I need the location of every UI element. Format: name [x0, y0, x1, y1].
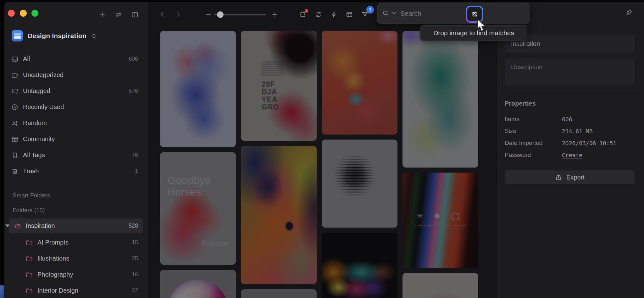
zoom-button[interactable]	[31, 10, 38, 17]
search-input[interactable]: Search	[400, 10, 421, 17]
art-teal-wash[interactable]	[402, 31, 478, 168]
sidebar-folder-photography[interactable]: Photography16	[9, 267, 143, 283]
dim-overlay	[241, 146, 317, 284]
sidebar-item-community[interactable]: Community	[9, 131, 143, 147]
dim-overlay	[160, 152, 236, 265]
back-button[interactable]	[158, 11, 166, 18]
dim-overlay	[160, 31, 236, 147]
sync-button[interactable]	[315, 11, 322, 18]
toggle-sidebar-button[interactable]	[131, 11, 139, 19]
chevron-down-icon[interactable]	[392, 12, 396, 15]
trash-icon	[11, 168, 19, 175]
sidebar-item-random[interactable]: Random	[9, 115, 143, 131]
art-goodbye-horses[interactable]: Goodbye HorsesPsyche	[160, 152, 236, 265]
folder-open-icon	[14, 222, 21, 230]
folder-icon	[25, 271, 33, 279]
svg-text:?: ?	[16, 91, 18, 95]
lightning-button[interactable]	[330, 11, 338, 18]
dim-overlay	[322, 31, 397, 135]
property-label: Size	[505, 128, 562, 135]
sidebar-item-uncategorized[interactable]: ?Uncategorized	[9, 67, 143, 83]
library-title: Design Inspiration	[28, 32, 86, 40]
app-window: Design Inspiration All606?Uncategorized?…	[4, 2, 644, 298]
property-value: 214.61 MB	[562, 128, 593, 135]
sidebar-item-count: 76	[132, 152, 138, 158]
sidebar-folder-illustrations[interactable]: Illustrations25	[9, 251, 143, 267]
zoom-out-button[interactable]	[205, 11, 212, 18]
toolbar-actions	[299, 11, 369, 18]
sidebar-item-label: Random	[23, 119, 47, 127]
export-button[interactable]: Export	[505, 170, 635, 184]
art-gray-sliver[interactable]	[241, 289, 317, 298]
dim-overlay	[160, 270, 236, 298]
art-orange-fluid[interactable]	[322, 31, 397, 135]
close-button[interactable]	[8, 10, 15, 17]
folder-icon	[25, 239, 33, 246]
library-selector[interactable]: Design Inspiration	[12, 30, 142, 42]
sidebar-item-label: All Tags	[23, 152, 45, 159]
sidebar-item-label: Community	[23, 135, 55, 143]
art-blue-blob[interactable]	[160, 31, 236, 147]
folder-label: Interior Design	[37, 287, 78, 294]
property-row-size: Size214.61 MB	[505, 125, 642, 137]
property-label: Items	[505, 116, 562, 123]
layout-button[interactable]	[346, 11, 353, 18]
properties-title: Properties	[505, 100, 536, 107]
pin-icon[interactable]	[625, 9, 633, 16]
dim-overlay	[322, 140, 397, 228]
sidebar-header-actions	[98, 11, 139, 19]
sidebar: Design Inspiration All606?Uncategorized?…	[4, 2, 148, 298]
art-sphere[interactable]	[160, 270, 236, 298]
switch-library-button[interactable]	[115, 11, 122, 19]
section-folders[interactable]: Folders (15)	[13, 207, 45, 214]
shuffle-icon	[11, 119, 19, 127]
art-soft-red[interactable]	[402, 273, 478, 298]
art-glitch-sketch[interactable]	[322, 140, 397, 228]
grid-column-1: Goodbye HorsesPsyche	[160, 31, 236, 298]
minimize-button[interactable]	[20, 10, 27, 17]
sidebar-item-trash[interactable]: Trash1	[9, 163, 143, 179]
sidebar-item-recently-used[interactable]: Recently Used	[9, 99, 143, 115]
section-smart-folders[interactable]: Smart Folders	[13, 192, 50, 199]
art-aurora-dark[interactable]	[322, 233, 397, 298]
folder-label: AI Prompts	[37, 239, 69, 246]
svg-text:?: ?	[16, 75, 18, 78]
inbox-icon	[11, 55, 19, 63]
property-label: Password	[505, 152, 562, 158]
sidebar-folder-ai-prompts[interactable]: AI Prompts15	[9, 235, 143, 251]
folder-label: Inspiration	[26, 222, 55, 229]
export-label: Export	[566, 174, 585, 181]
upload-icon	[555, 174, 562, 181]
folder-question-icon: ?	[11, 71, 19, 79]
sidebar-folder-interior-design[interactable]: Interior Design22	[9, 283, 143, 298]
screen: Design Inspiration All606?Uncategorized?…	[0, 0, 644, 298]
art-psychedelic-face[interactable]	[241, 146, 317, 284]
new-item-button[interactable]	[98, 11, 106, 19]
folder-count: 528	[129, 223, 138, 229]
image-grid: Goodbye HorsesPsyche28F DJA YEA GRO✳ ✺ ◯…	[160, 31, 478, 298]
properties-rows: Items606Size214.61 MBDate Imported2026/0…	[505, 113, 642, 161]
sidebar-item-label: Uncategorized	[23, 71, 64, 79]
inspector-panel: Inspiration Description Properties Items…	[496, 2, 644, 298]
sidebar-item-all[interactable]: All606	[9, 51, 143, 67]
grid-column-3	[322, 31, 397, 298]
main-content: 1 Goodbye HorsesPsyche28F DJA YEA GRO✳ ✺…	[149, 2, 496, 298]
art-stripes-poster[interactable]: ✳ ✺ ◯SOMETIMES IT'S JUST A FEELING	[402, 173, 478, 268]
image-question-icon: ?	[11, 87, 19, 95]
description-field[interactable]: Description	[505, 58, 635, 86]
forward-button[interactable]	[175, 11, 182, 18]
sidebar-folder-inspiration[interactable]: Inspiration 528	[9, 218, 143, 233]
slider-knob[interactable]	[217, 11, 224, 18]
create-password-link[interactable]: Create	[562, 152, 582, 158]
dim-overlay	[402, 173, 478, 268]
puzzle-button[interactable]	[299, 11, 307, 18]
folder-count: 15	[132, 239, 138, 246]
sidebar-item-count: 576	[129, 88, 138, 94]
zoom-in-button[interactable]	[271, 11, 279, 18]
sidebar-item-untagged[interactable]: ?Untagged576	[9, 83, 143, 99]
property-value: 606	[562, 116, 572, 123]
art-poster-28[interactable]: 28F DJA YEA GRO	[241, 31, 317, 141]
sidebar-item-all-tags[interactable]: All Tags76	[9, 147, 143, 163]
folder-root-wrap: Inspiration 528	[4, 218, 143, 233]
sidebar-item-label: Recently Used	[23, 103, 64, 111]
